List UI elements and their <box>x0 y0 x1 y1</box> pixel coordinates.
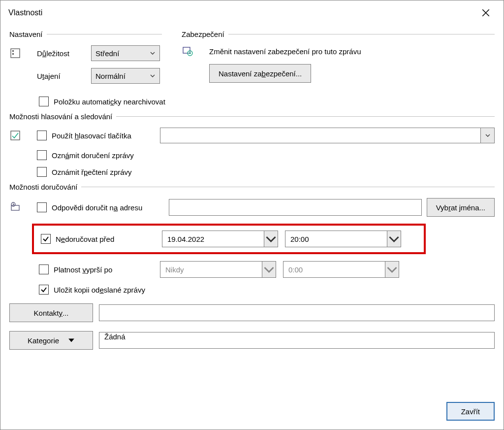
close-dialog-button[interactable]: Zavřít <box>446 402 495 421</box>
voting-buttons-combo[interactable] <box>160 128 495 143</box>
svg-rect-1 <box>12 50 14 52</box>
sensitivity-select[interactable]: Normální <box>91 68 160 84</box>
reply-to-input[interactable] <box>169 199 422 216</box>
delivery-icon <box>9 201 32 213</box>
dropdown-triangle-icon <box>68 337 75 344</box>
checkbox-box <box>39 97 49 106</box>
close-icon <box>481 8 490 17</box>
not-before-date[interactable]: 19.04.2022 <box>162 231 278 247</box>
expires-date: Nikdy <box>160 261 276 278</box>
not-before-time[interactable]: 20:00 <box>285 231 401 247</box>
contacts-button[interactable]: Kontakty... <box>9 303 93 322</box>
dialog-footer: Zavřít <box>0 393 504 430</box>
expires-after-checkbox[interactable]: Platnost vyprší po <box>39 265 153 274</box>
contacts-input[interactable] <box>99 304 495 321</box>
read-receipt-checkbox[interactable]: Oznámit řpečtení zprávy <box>37 167 132 177</box>
do-not-deliver-before-checkbox[interactable]: Nedoručovat před <box>41 234 155 244</box>
svg-rect-3 <box>183 47 190 53</box>
categories-button[interactable]: Kategorie <box>9 331 93 350</box>
chevron-down-icon <box>262 263 276 276</box>
properties-dialog: Vlastnosti Nastavení Důležitost <box>0 0 504 430</box>
importance-select[interactable]: Střední <box>91 45 160 61</box>
group-settings-header: Nastavení <box>9 30 162 38</box>
group-delivery-header: Možnosti doručování <box>9 183 495 191</box>
close-button[interactable] <box>476 3 496 23</box>
chevron-down-icon <box>150 73 156 79</box>
select-names-button[interactable]: Vybrat jména... <box>427 198 495 217</box>
titlebar: Vlastnosti <box>0 0 504 25</box>
delivery-receipt-checkbox[interactable]: Oznámit doručení zprávy <box>37 150 134 160</box>
chevron-down-icon <box>387 232 401 246</box>
expires-time: 0:00 <box>283 261 399 278</box>
security-icon <box>182 45 204 57</box>
group-security-header: Zabezpečení <box>182 30 495 38</box>
window-title: Vlastnosti <box>8 8 42 17</box>
reply-to-checkbox[interactable]: Odpovědi doručit na adresu <box>37 202 164 212</box>
group-voting-header: Možnosti hlasování a sledování <box>9 112 495 121</box>
chevron-down-icon <box>485 132 491 138</box>
save-copy-checkbox[interactable]: Uložit kopii odeslané zprávy <box>39 285 145 295</box>
svg-rect-2 <box>12 53 14 55</box>
do-not-archive-checkbox[interactable]: Položku automaticky nearchivovat <box>39 97 165 106</box>
chevron-down-icon <box>385 263 399 276</box>
chevron-down-icon <box>264 232 278 246</box>
security-desc: Změnit nastavení zabezpečení pro tuto zp… <box>209 47 361 56</box>
voting-icon <box>9 130 32 141</box>
security-settings-button[interactable]: Nastavení zabezpečení... <box>209 64 311 83</box>
use-voting-buttons-checkbox[interactable]: Použít hlasovací tlačítka <box>37 131 155 140</box>
svg-rect-5 <box>11 131 20 140</box>
categories-input[interactable]: Žádná <box>99 332 495 349</box>
sensitivity-label: Utajení <box>37 72 86 80</box>
check-icon <box>40 286 47 293</box>
svg-rect-0 <box>11 49 20 58</box>
importance-label: Důležitost <box>37 49 86 58</box>
dialog-content: Nastavení Důležitost Střední <box>0 25 504 393</box>
settings-icon <box>9 47 32 59</box>
highlight-do-not-deliver-before: Nedoručovat před 19.04.2022 20:00 <box>32 224 426 254</box>
chevron-down-icon <box>150 50 156 56</box>
check-icon <box>42 235 49 242</box>
